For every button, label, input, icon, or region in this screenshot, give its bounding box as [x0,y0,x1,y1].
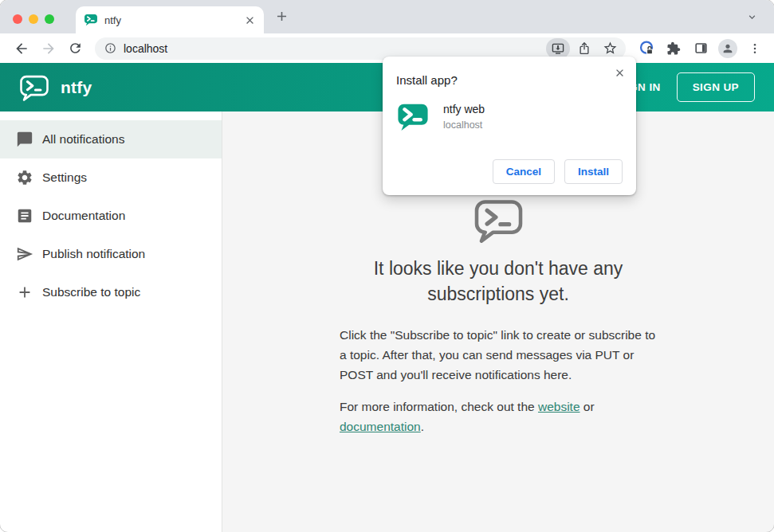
sidebar-item-label: All notifications [42,132,124,147]
sidebar-item-publish-notification[interactable]: Publish notification [0,235,222,273]
empty-state-heading: It looks like you don't have any subscri… [335,256,662,307]
dialog-app-meta: ntfy web localhost [443,100,485,134]
dialog-app-row: ntfy web localhost [396,100,623,134]
sidebar-item-subscribe-to-topic[interactable]: Subscribe to topic [0,273,222,311]
ntfy-empty-logo-icon [473,199,524,243]
traffic-close-icon[interactable] [13,14,22,24]
extensions-puzzle-icon[interactable] [662,37,685,60]
ntfy-logo-icon [19,75,49,101]
chat-bubble-icon [16,131,33,148]
ntfy-favicon [84,13,98,27]
sidebar-item-documentation[interactable]: Documentation [0,197,222,235]
empty-state-paragraph: Click the "Subscribe to topic" link to c… [340,326,657,385]
profile-avatar-icon[interactable] [717,37,739,60]
traffic-lights [13,14,54,24]
install-button[interactable]: Install [564,159,623,184]
website-link[interactable]: website [538,400,580,413]
url-text[interactable]: localhost [124,42,546,55]
cancel-button[interactable]: Cancel [493,159,555,184]
info-icon[interactable] [104,42,116,54]
share-icon[interactable] [573,38,595,59]
sidebar-item-label: Documentation [42,209,125,223]
dialog-app-origin: localhost [443,119,485,131]
sidebar-item-label: Publish notification [42,247,145,261]
sign-up-button[interactable]: SIGN UP [677,72,755,102]
dialog-title: Install app? [396,73,623,87]
sidebar-item-all-notifications[interactable]: All notifications [0,120,222,158]
toolbar-extensions-area [635,37,766,60]
links-text-prefix: For more information, check out the [340,400,538,413]
send-icon [16,245,33,263]
bookmark-star-icon[interactable] [599,38,621,59]
dialog-app-name: ntfy web [443,103,485,115]
traffic-zoom-icon[interactable] [45,14,54,24]
brand-name: ntfy [61,78,92,97]
tab-title: ntfy [104,14,244,26]
ntfy-app-icon [396,100,430,134]
browser-tab[interactable]: ntfy [76,6,264,33]
close-icon[interactable] [614,67,626,79]
documentation-link[interactable]: documentation [340,420,421,433]
dialog-actions: Cancel Install [493,159,623,184]
gear-icon [16,169,33,186]
tab-strip: ntfy [0,0,774,33]
reload-icon[interactable] [68,41,83,56]
tab-list-chevron-icon[interactable] [746,11,758,23]
sidebar: All notifications Settings Documentation… [0,111,222,532]
install-app-dialog: Install app? ntfy web localhost Cancel I… [383,57,636,195]
side-panel-icon[interactable] [690,37,712,60]
new-tab-icon[interactable] [274,9,289,24]
menu-dots-icon[interactable] [744,37,766,60]
sidebar-item-label: Settings [42,170,87,185]
install-app-icon[interactable] [546,38,570,59]
sidebar-item-label: Subscribe to topic [42,285,140,299]
sidebar-item-settings[interactable]: Settings [0,158,222,197]
links-text-middle: or [580,400,595,413]
browser-window: ntfy localhost [0,0,774,532]
article-icon [16,207,33,225]
password-manager-icon[interactable] [635,37,658,60]
links-text-suffix: . [421,420,424,433]
back-icon[interactable] [14,41,29,57]
avatar [718,39,737,58]
forward-icon[interactable] [41,41,57,57]
traffic-minimize-icon[interactable] [29,14,38,24]
tab-close-icon[interactable] [244,14,256,26]
empty-state-links-paragraph: For more information, check out the webs… [340,397,657,437]
plus-icon [16,284,33,301]
